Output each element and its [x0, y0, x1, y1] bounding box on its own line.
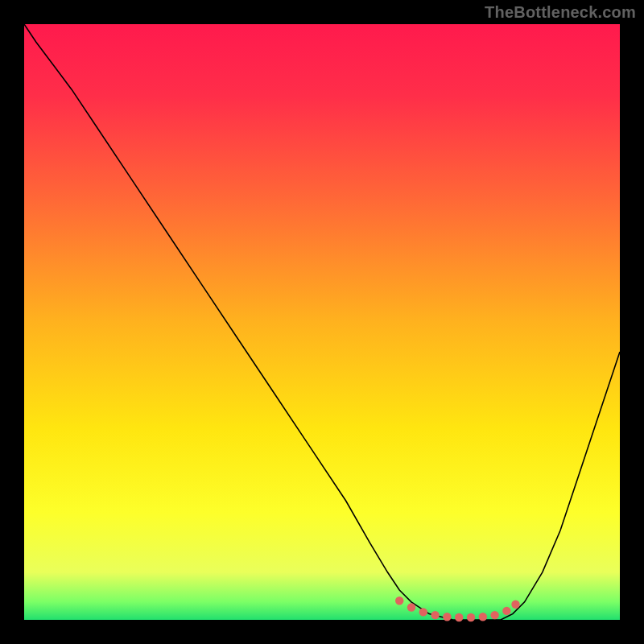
- marker-dot: [419, 608, 427, 616]
- marker-dot: [467, 613, 475, 621]
- marker-dot: [395, 597, 403, 605]
- marker-dot: [455, 613, 463, 621]
- marker-dot: [407, 603, 415, 611]
- plot-background: [24, 24, 620, 620]
- marker-dot: [511, 601, 519, 609]
- watermark-text: TheBottleneck.com: [485, 3, 636, 22]
- marker-dot: [431, 611, 439, 619]
- bottleneck-chart: TheBottleneck.com: [0, 0, 644, 644]
- marker-dot: [479, 613, 487, 621]
- marker-dot: [490, 611, 498, 619]
- marker-dot: [502, 607, 510, 615]
- marker-dot: [443, 613, 451, 621]
- chart-canvas: [0, 0, 644, 644]
